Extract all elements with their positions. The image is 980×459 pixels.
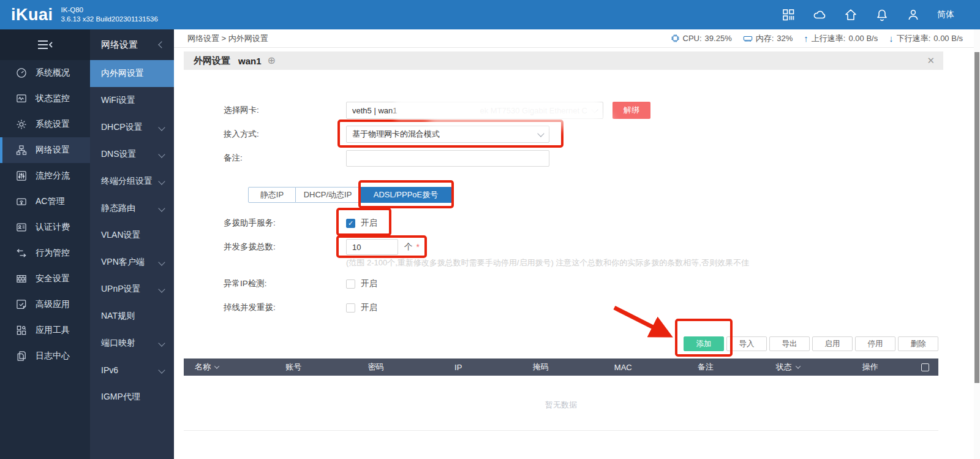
sidebar-item-status-monitor[interactable]: 状态监控 (0, 86, 90, 112)
submenu-item-port-mapping[interactable]: 端口映射 (90, 330, 174, 357)
add-interface-icon[interactable]: ⊕ (268, 56, 276, 66)
dial-helper-checkbox[interactable]: ✓ (346, 219, 355, 228)
ip-check-checkbox[interactable] (346, 279, 355, 289)
apps-grid-icon[interactable] (781, 7, 796, 22)
unbind-button[interactable]: 解绑 (612, 102, 650, 119)
sidebar-item-label: 认证计费 (36, 222, 70, 233)
remark-row: 备注: (224, 150, 549, 167)
device-info: IK-Q80 3.6.13 x32 Build202301131536 (61, 6, 158, 24)
language-switcher[interactable]: 简体 (937, 9, 954, 20)
submenu-item-terminal-group-settings[interactable]: 终端分组设置 (90, 168, 174, 195)
submenu-item-label: 内外网设置 (101, 68, 144, 79)
sidebar-item-behavior-control[interactable]: 行为管控 (0, 240, 90, 266)
sidebar-item-auth-billing[interactable]: 认证计费 (0, 214, 90, 240)
nic-select[interactable]: veth5 | wan1 ek MT7530 Gigabit Ethernet … (346, 102, 603, 119)
chevron-down-icon (591, 106, 598, 113)
scrollbar-thumb[interactable] (974, 52, 979, 383)
chevron-left-icon (158, 41, 165, 48)
tab-dhcp[interactable]: DHCP/动态IP (296, 187, 360, 203)
wifi-router-icon (15, 195, 28, 208)
panel-header: 外网设置 wan1 ⊕ ✕ (184, 51, 943, 70)
memory-icon (743, 34, 753, 43)
secondary-sidebar: 网络设置 内外网设置 WiFi设置 DHCP设置 DNS设置 终端分组设置 静态… (90, 29, 174, 459)
sidebar-item-advanced-apps[interactable]: 高级应用 (0, 292, 90, 317)
ip-check-label: 异常IP检测: (224, 278, 346, 289)
dial-helper-on-label: 开启 (361, 218, 377, 229)
chevron-down-icon (158, 340, 165, 346)
main-content: 网络设置 > 内外网设置 CPU: 39.25% 内存: 32% ↑ 上行速率:… (174, 29, 974, 459)
gauge-icon (15, 67, 28, 79)
sidebar-item-flow-control[interactable]: 流控分流 (0, 163, 90, 189)
sidebar-item-app-tools[interactable]: 应用工具 (0, 317, 90, 343)
column-actions: 操作 (829, 362, 912, 373)
ip-check-on-label: 开启 (361, 278, 377, 289)
topbar: iKuai IK-Q80 3.6.13 x32 Build20230113153… (0, 0, 980, 29)
submenu-item-dns-settings[interactable]: DNS设置 (90, 141, 174, 168)
chevron-down-icon (158, 205, 165, 211)
dial-count-input[interactable] (346, 239, 398, 255)
submenu-item-label: IGMP代理 (101, 392, 140, 403)
submenu-item-wan-lan-settings[interactable]: 内外网设置 (90, 60, 174, 87)
sidebar-item-ac-management[interactable]: AC管理 (0, 189, 90, 214)
download-arrow-icon: ↓ (889, 33, 894, 44)
home-icon[interactable] (843, 7, 858, 22)
download-stat: ↓ 下行速率: 0.00 B/s (889, 33, 963, 44)
close-icon[interactable]: ✕ (927, 55, 935, 66)
submenu-header[interactable]: 网络设置 (90, 29, 174, 60)
submenu-item-wifi-settings[interactable]: WiFi设置 (90, 87, 174, 114)
enable-button[interactable]: 启用 (812, 336, 853, 351)
tab-static-ip[interactable]: 静态IP (248, 187, 296, 203)
tab-pppoe[interactable]: ADSL/PPPoE拨号 (360, 187, 452, 203)
redial-checkbox[interactable] (346, 303, 355, 313)
cloud-icon[interactable] (812, 7, 827, 22)
delete-button[interactable]: 删除 (898, 336, 938, 351)
checked-doc-icon (15, 298, 28, 311)
user-icon[interactable] (906, 7, 921, 22)
access-mode-select[interactable]: 基于物理网卡的混合模式 (346, 126, 549, 143)
download-label: 下行速率: (897, 33, 931, 44)
submenu-item-dhcp-settings[interactable]: DHCP设置 (90, 114, 174, 141)
remark-label: 备注: (224, 153, 346, 164)
sidebar-item-system-settings[interactable]: 系统设置 (0, 112, 90, 137)
transfer-arrows-icon (15, 247, 28, 259)
sidebar-item-security-settings[interactable]: 安全设置 (0, 266, 90, 292)
access-mode-row: 接入方式: 基于物理网卡的混合模式 (224, 126, 549, 143)
add-button[interactable]: 添加 (684, 336, 724, 351)
submenu-item-nat-rules[interactable]: NAT规则 (90, 303, 174, 330)
submenu-item-vlan-settings[interactable]: VLAN设置 (90, 222, 174, 249)
submenu-item-upnp-settings[interactable]: UPnP设置 (90, 276, 174, 303)
remark-input[interactable] (346, 150, 549, 167)
bell-icon[interactable] (875, 7, 889, 22)
sidebar-collapse-button[interactable] (0, 29, 90, 60)
select-all-checkbox[interactable] (921, 363, 929, 371)
disable-button[interactable]: 停用 (855, 336, 895, 351)
redial-on-label: 开启 (361, 302, 377, 313)
system-stats: CPU: 39.25% 内存: 32% ↑ 上行速率: 0.00 B/s ↓ 下… (664, 33, 974, 44)
column-status[interactable]: 状态 (747, 362, 829, 373)
import-button[interactable]: 导入 (726, 336, 767, 351)
sidebar-item-label: 应用工具 (36, 325, 70, 336)
submenu-item-label: VLAN设置 (101, 230, 141, 241)
nic-value-suffix: ek MT7530 Gigabit Ethernet C (480, 106, 587, 115)
memory-value: 32% (777, 34, 793, 43)
empty-table-text: 暂无数据 (184, 393, 938, 417)
export-button[interactable]: 导出 (769, 336, 810, 351)
chevron-down-icon (158, 178, 165, 184)
sidebar-item-label: 网络设置 (36, 145, 70, 156)
submenu-item-ipv6[interactable]: IPv6 (90, 357, 174, 384)
submenu-item-static-route[interactable]: 静态路由 (90, 195, 174, 222)
dial-helper-label: 多拨助手服务: (224, 218, 346, 229)
nic-row: 选择网卡: veth5 | wan1 ek MT7530 Gigabit Eth… (224, 102, 650, 119)
submenu-item-igmp-proxy[interactable]: IGMP代理 (90, 384, 174, 411)
sidebar-item-system-overview[interactable]: 系统概况 (0, 60, 90, 86)
submenu-item-label: 静态路由 (101, 203, 135, 214)
sidebar-item-network-settings[interactable]: 网络设置 (0, 137, 90, 163)
column-select-all (911, 363, 938, 371)
id-card-icon (15, 221, 28, 233)
sidebar-item-label: 日志中心 (36, 351, 70, 362)
check-icon: ✓ (348, 219, 353, 227)
sidebar-item-log-center[interactable]: 日志中心 (0, 343, 90, 369)
column-name[interactable]: 名称 (184, 362, 252, 373)
brick-wall-icon (15, 273, 28, 285)
submenu-item-vpn-client[interactable]: VPN客户端 (90, 249, 174, 276)
